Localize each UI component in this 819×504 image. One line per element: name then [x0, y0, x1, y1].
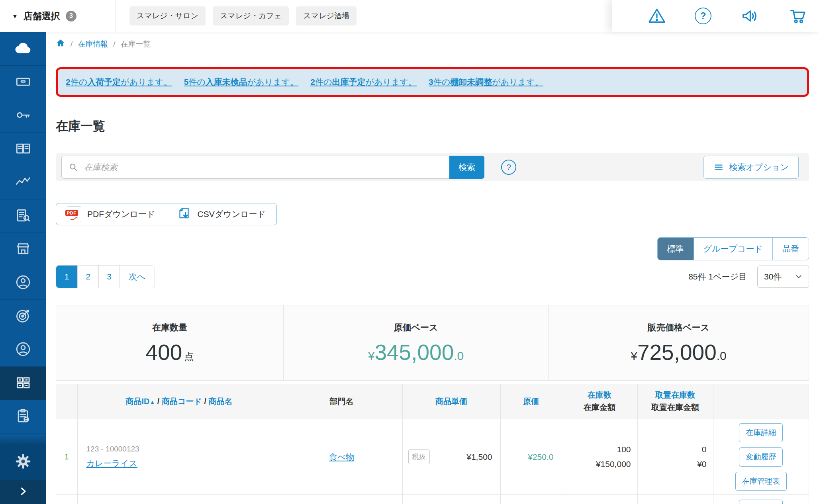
page-size-select[interactable]: 30件 [757, 266, 809, 288]
department-link[interactable]: 食べ物 [329, 452, 355, 461]
open-book-icon [14, 140, 32, 159]
search-options-label: 検索オプション [729, 162, 789, 173]
sort-product-name[interactable]: 商品名 [209, 397, 233, 406]
sidebar-item-register[interactable] [0, 66, 46, 99]
tab-part-number[interactable]: 品番 [772, 238, 809, 260]
notice-term: 入庫未検品 [206, 77, 247, 86]
table-row-partial: 在庫詳細 [56, 495, 809, 504]
breadcrumb-separator: / [71, 40, 72, 49]
sidebar-item-analytics[interactable] [0, 166, 46, 199]
actions-cell: 在庫詳細 [713, 495, 809, 504]
topbar-icon-group: ? [612, 0, 819, 32]
search-input[interactable] [61, 156, 449, 179]
sidebar-item-customers[interactable] [0, 266, 46, 300]
cost-base-value: 345,000 [374, 342, 454, 363]
sidebar-item-store[interactable] [0, 233, 46, 266]
sidebar-item-stocktake[interactable] [0, 400, 46, 434]
sort-product-code[interactable]: 商品コード [162, 397, 202, 406]
stock-ledger-button[interactable]: 在庫管理表 [735, 472, 787, 491]
summary-stock-qty: 在庫数量 400点 [56, 305, 283, 380]
stock-amount-value: ¥150,000 [562, 457, 631, 472]
header-department: 部門名 [281, 384, 402, 419]
stock-cell [562, 495, 637, 504]
sidebar-item-logo[interactable] [0, 32, 46, 66]
actions-cell: 在庫詳細 変動履歴 在庫管理表 [713, 419, 809, 495]
page-button-3[interactable]: 3 [98, 266, 120, 288]
home-icon[interactable] [56, 38, 65, 50]
sidebar-item-target[interactable] [0, 300, 46, 333]
search-button[interactable]: 検索 [449, 156, 484, 179]
pdf-download-button[interactable]: PDF PDFダウンロード [56, 203, 166, 225]
notice-count: 2 [66, 77, 71, 86]
change-history-button[interactable]: 変動履歴 [739, 447, 783, 467]
page-title: 在庫一覧 [56, 119, 809, 133]
next-page-button[interactable]: 次へ [120, 266, 155, 288]
retail-base-decimal: .0 [717, 350, 727, 362]
sidebar-item-key[interactable] [0, 99, 46, 133]
summary-value: ¥345,000.0 [368, 342, 464, 363]
search-help-icon[interactable]: ? [501, 160, 516, 175]
csv-download-button[interactable]: CSVダウンロード [166, 203, 276, 225]
help-icon[interactable]: ? [695, 8, 711, 24]
department-cell: 食べ物 [281, 419, 402, 495]
clipboard-check-icon [14, 407, 32, 426]
store-chip[interactable]: スマレジ酒場 [296, 6, 357, 25]
gear-icon [14, 452, 32, 472]
notice-link-incoming[interactable]: 2件の入荷予定があります。 [66, 76, 172, 88]
pdf-icon-label: PDF [65, 210, 78, 216]
drawers-shelf-icon [14, 374, 32, 393]
stock-qty-value: 100 [562, 442, 631, 457]
summary-retail-base: 販売価格ベース ¥725,000.0 [548, 305, 809, 380]
sidebar-item-inventory[interactable] [0, 367, 46, 400]
cart-icon[interactable] [788, 7, 807, 25]
product-name-link[interactable]: カレーライス [86, 459, 137, 468]
store-selector[interactable]: ▼ 店舗選択 3 [0, 0, 116, 32]
key-icon [14, 106, 32, 125]
notification-banner: 2件の入荷予定があります。 5件の入庫未検品があります。 2件の出庫予定がありま… [56, 67, 809, 97]
notice-link-outgoing[interactable]: 2件の出庫予定があります。 [310, 76, 417, 88]
sort-stock-qty[interactable]: 在庫数 [588, 391, 611, 399]
sort-product-id[interactable]: 商品ID▲ [125, 397, 155, 406]
megaphone-icon[interactable] [740, 7, 759, 25]
sort-reserved-qty[interactable]: 取置在庫数 [655, 391, 695, 399]
unit-price-value: ¥1,500 [466, 452, 492, 462]
sidebar-item-staff[interactable] [0, 333, 46, 367]
inventory-summary: 在庫数量 400点 原価ベース ¥345,000.0 販売価格ベース ¥725,… [56, 305, 809, 381]
breadcrumb-link-section[interactable]: 在庫情報 [78, 39, 108, 49]
table-header-row: 商品ID▲ / 商品コード / 商品名 部門名 商品単価 原価 在庫数 在庫金額 [56, 384, 809, 419]
cost-cell [500, 495, 562, 504]
sidebar-expand-toggle[interactable] [0, 480, 46, 504]
tab-group-code[interactable]: グループコード [694, 238, 772, 260]
retail-base-value: 725,000 [637, 342, 717, 363]
notice-link-uninspected[interactable]: 5件の入庫未検品があります。 [184, 76, 299, 88]
notice-link-stocktake[interactable]: 3件の棚卸未調整があります。 [429, 76, 543, 88]
search-options-button[interactable]: 検索オプション [703, 156, 799, 179]
cloud-logo-icon [14, 39, 32, 59]
summary-cost-base: 原価ベース ¥345,000.0 [283, 305, 548, 380]
stock-qty-unit: 点 [184, 352, 194, 361]
pdf-download-label: PDFダウンロード [87, 209, 155, 220]
page-button-2[interactable]: 2 [77, 266, 98, 288]
page-button-1[interactable]: 1 [56, 266, 77, 288]
sidebar-item-settings[interactable] [0, 444, 46, 480]
store-chip[interactable]: スマレジ・サロン [129, 6, 206, 25]
stock-detail-button[interactable]: 在庫詳細 [739, 423, 783, 442]
reserved-cell [637, 495, 713, 504]
store-chip[interactable]: スマレジ・カフェ [213, 6, 289, 25]
sort-cost[interactable]: 原価 [523, 397, 539, 406]
summary-value: 400点 [146, 342, 194, 363]
summary-value: ¥725,000.0 [631, 342, 727, 363]
chevron-right-icon [16, 484, 30, 500]
sidebar-item-report[interactable] [0, 199, 46, 233]
stock-detail-button[interactable]: 在庫詳細 [739, 500, 783, 504]
tab-standard[interactable]: 標準 [658, 238, 694, 260]
product-id-code: 123 - 10000123 [86, 445, 281, 453]
search-box: 検索 [61, 156, 484, 179]
sort-unit-price[interactable]: 商品単価 [435, 397, 467, 406]
caret-down-icon: ▼ [12, 13, 18, 20]
stock-qty-value: 400 [146, 342, 182, 363]
header-product: 商品ID▲ / 商品コード / 商品名 [77, 384, 281, 419]
sidebar-item-journal[interactable] [0, 133, 46, 166]
warning-icon[interactable] [648, 7, 666, 25]
reserved-qty-value: 0 [638, 442, 707, 457]
